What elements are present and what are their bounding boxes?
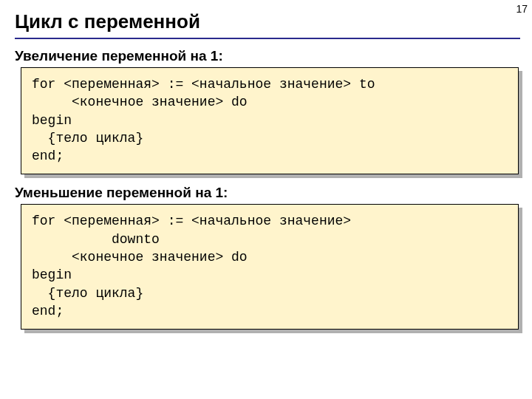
section2-heading: Уменьшение переменной на 1: [15, 185, 520, 201]
codebox-1: for <переменная> := <начальное значение>… [21, 67, 519, 174]
code-text: end; [32, 304, 64, 318]
page-title: Цикл с переменной [15, 10, 520, 33]
codebox-2: for <переменная> := <начальное значение>… [21, 204, 519, 330]
section1-heading: Увеличение переменной на 1: [15, 48, 520, 64]
code-text [32, 95, 72, 109]
code-placeholder: <переменная> [64, 77, 160, 92]
code-placeholder: <переменная> [64, 214, 160, 228]
code-text: begin [32, 267, 72, 282]
code-text: do [223, 95, 247, 109]
title-divider [15, 38, 520, 39]
code-text: for [32, 214, 64, 228]
code-text [32, 250, 72, 265]
code-placeholder: <начальное значение> [191, 214, 351, 228]
code-text: to [351, 77, 375, 92]
code-text: := [160, 214, 191, 228]
code-text: end; [32, 149, 64, 163]
code-text: downto [32, 232, 160, 247]
code-text: {тело цикла} [32, 131, 143, 146]
code-placeholder: <начальное значение> [191, 77, 351, 92]
code-text: for [32, 77, 64, 92]
code-text: do [223, 250, 247, 265]
code-text: := [160, 77, 191, 92]
code-placeholder: <конечное значение> [72, 95, 223, 109]
slide-content: Цикл с переменной Увеличение переменной … [0, 0, 532, 330]
page-number: 17 [516, 3, 528, 15]
codebox-2-content: for <переменная> := <начальное значение>… [21, 204, 519, 330]
code-placeholder: <конечное значение> [72, 250, 223, 265]
code-text: begin [32, 113, 72, 128]
code-text: {тело цикла} [32, 286, 143, 301]
codebox-1-content: for <переменная> := <начальное значение>… [21, 67, 519, 174]
